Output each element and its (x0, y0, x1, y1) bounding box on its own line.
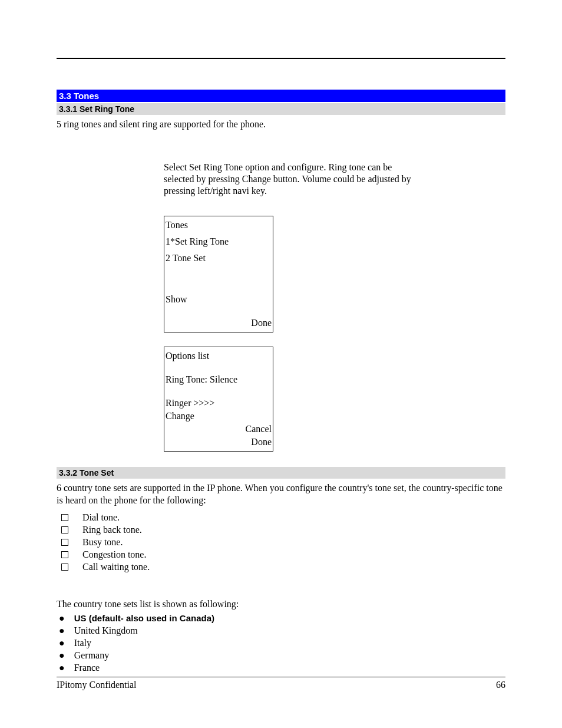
tone-type-label: Dial tone. (82, 512, 120, 523)
subsection1-text: 5 ring tones and silent ring are support… (57, 118, 505, 131)
section-header: 3.3 Tones (57, 90, 505, 102)
list-item: Call waiting tone. (57, 562, 505, 572)
subsection1-header: 3.3.1 Set Ring Tone (57, 103, 505, 115)
list-item: ●Italy (57, 638, 505, 648)
subsection2-header: 3.3.2 Tone Set (57, 467, 505, 479)
bullet-icon: ● (59, 613, 65, 624)
country-list-intro: The country tone sets list is shown as f… (57, 598, 505, 611)
checkbox-icon (61, 526, 68, 533)
tone-type-label: Call waiting tone. (82, 562, 150, 572)
screen2-ringtone: Ring Tone: Silence (166, 373, 272, 386)
screen2-softkey-change: Change (166, 410, 272, 423)
country-label: Italy (74, 638, 91, 648)
list-item: Congestion tone. (57, 549, 505, 560)
country-label: United Kingdom (74, 625, 138, 636)
page-footer: IPitomy Confidential 66 (57, 677, 505, 690)
screen1-item2: 2 Tone Set (166, 252, 272, 265)
list-item: Busy tone. (57, 537, 505, 548)
screen2-softkey-done: Done (166, 436, 272, 449)
country-label: Germany (74, 650, 110, 661)
list-item: ●France (57, 663, 505, 673)
country-list: ●US (default- also used in Canada) ●Unit… (57, 613, 505, 673)
screen2-title: Options list (166, 350, 272, 363)
tone-type-label: Busy tone. (82, 537, 123, 548)
list-item: Ring back tone. (57, 525, 505, 535)
screen2-ringer: Ringer >>>> (166, 397, 272, 410)
bullet-icon: ● (59, 663, 65, 673)
checkbox-icon (61, 539, 68, 546)
top-rule (57, 58, 505, 59)
checkbox-icon (61, 564, 68, 571)
screen2-softkey-cancel: Cancel (166, 423, 272, 436)
tone-type-label: Congestion tone. (82, 549, 146, 560)
bullet-icon: ● (59, 638, 65, 648)
list-item: ●Germany (57, 650, 505, 661)
footer-left: IPitomy Confidential (57, 680, 137, 690)
screen1-item1: 1*Set Ring Tone (166, 235, 272, 248)
screen1-softkey-show: Show (166, 293, 272, 306)
list-item: Dial tone. (57, 512, 505, 523)
instruction-text: Select Set Ring Tone option and configur… (164, 162, 417, 197)
country-label: US (default- also used in Canada) (74, 613, 214, 623)
list-item: ●United Kingdom (57, 625, 505, 636)
phone-screen-options: Options list Ring Tone: Silence Ringer >… (164, 347, 273, 452)
footer-page-number: 66 (496, 680, 505, 690)
checkbox-icon (61, 551, 68, 558)
list-item: ●US (default- also used in Canada) (57, 613, 505, 624)
page-content: 3.3 Tones 3.3.1 Set Ring Tone 5 ring ton… (0, 0, 562, 673)
subsection2-text: 6 country tone sets are supported in the… (57, 482, 505, 507)
bullet-icon: ● (59, 650, 65, 661)
country-label: France (74, 663, 100, 673)
bullet-icon: ● (59, 625, 65, 636)
checkbox-icon (61, 514, 68, 521)
tone-type-label: Ring back tone. (82, 525, 142, 535)
screen1-title: Tones (166, 219, 272, 232)
tone-types-list: Dial tone. Ring back tone. Busy tone. Co… (57, 512, 505, 572)
screen1-softkey-done: Done (166, 317, 272, 330)
phone-screen-tones: Tones 1*Set Ring Tone 2 Tone Set Show Do… (164, 216, 273, 332)
